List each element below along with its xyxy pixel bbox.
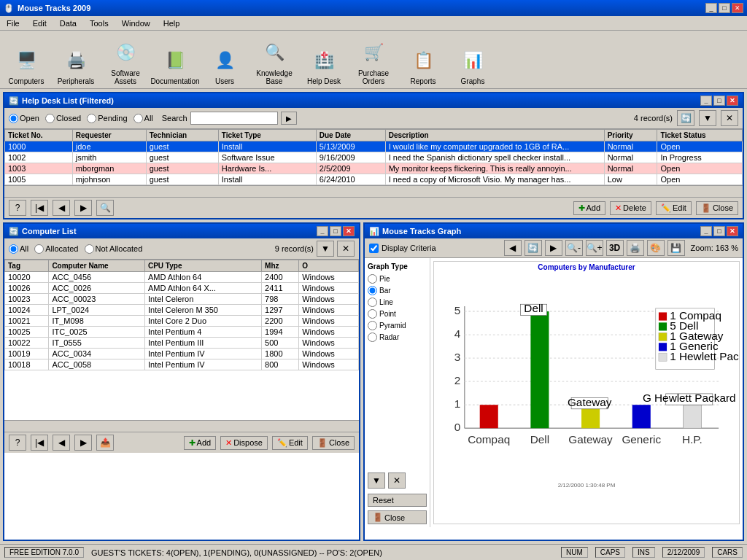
g-filter-btn[interactable]: ▼	[368, 472, 385, 489]
type-pie-label[interactable]: Pie	[368, 274, 427, 284]
type-pyramid-radio[interactable]	[368, 321, 377, 330]
minimize-button[interactable]: _	[705, 3, 717, 13]
type-point-label[interactable]: Point	[368, 309, 427, 319]
toolbar-reports[interactable]: 📋 Reports	[401, 45, 445, 85]
menu-help[interactable]: Help	[160, 18, 183, 28]
type-line-label[interactable]: Line	[368, 298, 427, 307]
toolbar-knowledge[interactable]: 🔍 Knowledge Base	[252, 37, 296, 85]
g-close[interactable]: ✕	[727, 226, 738, 236]
type-radar-label[interactable]: Radar	[368, 332, 427, 342]
cl-allocated-label[interactable]: Allocated	[34, 244, 78, 254]
helpdesk-close[interactable]: ✕	[727, 96, 738, 106]
cl-scrollbar[interactable]	[4, 420, 359, 432]
menu-data[interactable]: Data	[57, 18, 80, 28]
filter-pending-radio[interactable]	[87, 114, 96, 123]
delete-ticket-button[interactable]: ✕ Delete	[610, 201, 651, 215]
cl-close[interactable]: ✕	[343, 226, 355, 236]
g-print-btn[interactable]: 🖨️	[627, 240, 644, 256]
helpdesk-row[interactable]: 1003 mborgman guest Hardware Is... 2/5/2…	[5, 163, 743, 174]
computer-row[interactable]: 10018 ACC_0058 Intel Pentium IV 800 Wind…	[5, 359, 359, 370]
toolbar-software[interactable]: 💿 Software Assets	[104, 37, 147, 85]
type-point-radio[interactable]	[368, 309, 377, 319]
cl-maximize[interactable]: □	[330, 226, 341, 236]
filter-button[interactable]: ▼	[699, 110, 716, 126]
help-button[interactable]: ?	[9, 200, 26, 216]
cl-all-radio[interactable]	[9, 244, 18, 254]
filter-all-label[interactable]: All	[133, 114, 153, 123]
cl-allocated-radio[interactable]	[34, 244, 44, 254]
g-zoomin-btn[interactable]: 🔍+	[586, 240, 603, 256]
helpdesk-row[interactable]: 1000 jdoe guest Install 5/13/2009 I woul…	[5, 141, 743, 152]
close-graph-button[interactable]: 🚪 Close	[368, 510, 427, 524]
helpdesk-row[interactable]: 1002 jsmith guest Software Issue 9/16/20…	[5, 152, 743, 163]
next-button[interactable]: ▶	[74, 200, 92, 216]
reset-button[interactable]: Reset	[368, 494, 427, 507]
refresh-button[interactable]: 🔄	[677, 110, 694, 126]
toolbar-graphs[interactable]: 📊 Graphs	[451, 45, 495, 85]
computer-row[interactable]: 10024 LPT_0024 Intel Celeron M 350 1297 …	[5, 305, 359, 316]
g-save-btn[interactable]: 💾	[667, 240, 685, 256]
edit-computer-button[interactable]: ✏️ Edit	[272, 436, 308, 450]
g-forward-btn[interactable]: ▶	[545, 240, 562, 256]
computer-row[interactable]: 10023 ACC_00023 Intel Celeron 798 Window…	[5, 294, 359, 305]
first-button[interactable]: |◀	[31, 200, 48, 216]
dispose-button[interactable]: ✕ Dispose	[220, 436, 268, 450]
cl-first-btn[interactable]: |◀	[31, 435, 48, 451]
menu-window[interactable]: Window	[119, 18, 153, 28]
helpdesk-minimize[interactable]: _	[700, 96, 712, 106]
g-back-btn[interactable]: ◀	[504, 240, 522, 256]
filter-closed-label[interactable]: Closed	[45, 114, 81, 123]
type-bar-label[interactable]: Bar	[368, 286, 427, 295]
cl-minimize[interactable]: _	[317, 226, 328, 236]
cl-next-btn[interactable]: ▶	[74, 435, 92, 451]
menu-tools[interactable]: Tools	[87, 18, 112, 28]
clear-filter-button[interactable]: ✕	[721, 110, 738, 126]
computer-row[interactable]: 10019 ACC_0034 Intel Pentium IV 1800 Win…	[5, 349, 359, 359]
helpdesk-scrollbar[interactable]	[4, 185, 743, 197]
search-go-button[interactable]: ▶	[281, 112, 297, 125]
type-bar-radio[interactable]	[368, 286, 377, 295]
cl-filter-btn[interactable]: ▼	[317, 241, 334, 257]
computer-row[interactable]: 10025 ITC_0025 Intel Pentium 4 1994 Wind…	[5, 327, 359, 338]
cl-all-label[interactable]: All	[9, 244, 28, 254]
type-pyramid-label[interactable]: Pyramid	[368, 321, 427, 330]
toolbar-peripherals[interactable]: 🖨️ Peripherals	[54, 45, 98, 85]
menu-edit[interactable]: Edit	[30, 18, 50, 28]
cl-notallocated-label[interactable]: Not Allocated	[85, 244, 143, 254]
cl-export-btn[interactable]: 📤	[96, 435, 114, 451]
display-criteria-checkbox[interactable]	[369, 244, 379, 253]
prev-button[interactable]: ◀	[53, 200, 70, 216]
cl-help-btn[interactable]: ?	[9, 435, 26, 451]
search-icon-btn[interactable]: 🔍	[96, 200, 114, 216]
add-ticket-button[interactable]: ✚ Add	[573, 201, 606, 215]
g-color-btn[interactable]: 🎨	[647, 240, 665, 256]
toolbar-helpdesk[interactable]: 🏥 Help Desk	[302, 45, 346, 85]
maximize-button[interactable]: □	[719, 3, 730, 13]
g-minimize[interactable]: _	[700, 226, 712, 236]
toolbar-computers[interactable]: 🖥️ Computers	[4, 45, 48, 85]
close-computer-button[interactable]: 🚪 Close	[312, 436, 355, 450]
type-pie-radio[interactable]	[368, 274, 377, 284]
filter-all-radio[interactable]	[133, 114, 143, 123]
filter-pending-label[interactable]: Pending	[87, 114, 127, 123]
g-clear-btn[interactable]: ✕	[388, 472, 406, 489]
computer-row[interactable]: 10022 IT_0555 Intel Pentium III 500 Wind…	[5, 338, 359, 349]
filter-open-label[interactable]: Open	[9, 114, 39, 123]
toolbar-documentation[interactable]: 📗 Documentation	[153, 45, 197, 85]
cl-notallocated-radio[interactable]	[85, 244, 94, 254]
helpdesk-maximize[interactable]: □	[713, 96, 725, 106]
g-maximize[interactable]: □	[713, 226, 725, 236]
cl-prev-btn[interactable]: ◀	[53, 435, 70, 451]
edit-ticket-button[interactable]: ✏️ Edit	[656, 201, 692, 215]
toolbar-purchase[interactable]: 🛒 Purchase Orders	[352, 37, 395, 85]
search-input[interactable]	[190, 112, 278, 125]
toolbar-users[interactable]: 👤 Users	[203, 45, 247, 85]
g-zoomout-btn[interactable]: 🔍-	[565, 240, 583, 256]
g-3d-btn[interactable]: 3D	[606, 240, 624, 256]
menu-file[interactable]: File	[4, 18, 23, 28]
filter-closed-radio[interactable]	[45, 114, 55, 123]
type-line-radio[interactable]	[368, 298, 377, 307]
g-refresh-btn[interactable]: 🔄	[525, 240, 542, 256]
computer-row[interactable]: 10021 IT_M098 Intel Core 2 Duo 2200 Wind…	[5, 316, 359, 327]
cl-clear-filter-btn[interactable]: ✕	[337, 241, 355, 257]
